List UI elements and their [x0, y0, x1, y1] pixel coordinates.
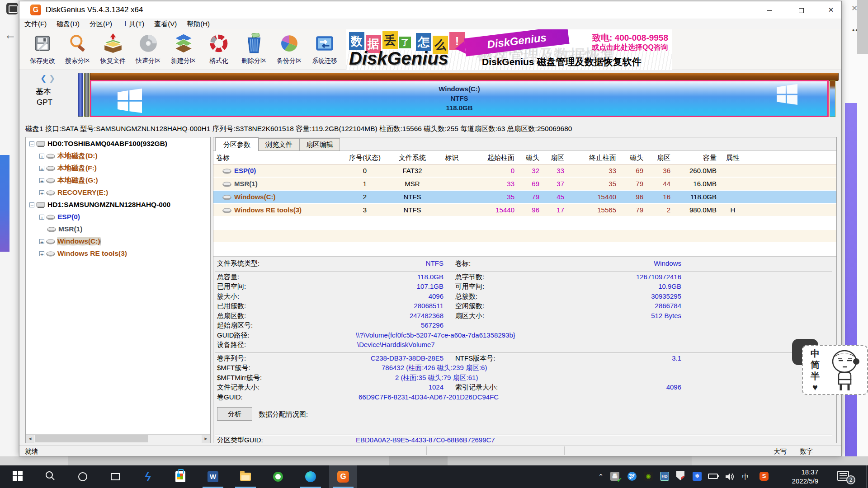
format-button[interactable]: 格式化 [201, 30, 236, 69]
tree-horizontal-scrollbar[interactable]: ◄ ► [26, 434, 210, 443]
tree-item-esp-0-[interactable]: ESP(0) [26, 211, 210, 223]
new-partition-button[interactable]: 新建分区 [166, 30, 201, 69]
disk-nav-arrows[interactable]: ❮ ❯ [40, 74, 55, 83]
menu-item-4[interactable]: 查看(V) [149, 19, 182, 30]
maximize-button[interactable] [791, 1, 811, 19]
cortana-button[interactable] [69, 465, 97, 488]
expand-icon[interactable] [39, 251, 44, 256]
column-header[interactable]: 标识 [439, 151, 464, 163]
tray-sogou-icon[interactable]: S [760, 472, 769, 482]
column-header[interactable]: 起始柱面 [464, 151, 517, 163]
column-header[interactable]: 磁头 [517, 151, 542, 163]
table-row-windows-re-tools-3-[interactable]: Windows RE tools(3)3NTFS1544096171556579… [213, 204, 836, 217]
column-header[interactable]: 扇区 [542, 151, 567, 163]
diskgenius-taskbar-button[interactable]: G [329, 465, 357, 488]
browser-360-button[interactable] [264, 465, 292, 488]
tray-printer-icon[interactable]: 🖶✔ [610, 472, 620, 482]
field-value: Windows [525, 259, 681, 267]
system-migration-button[interactable]: 系统迁移 [307, 30, 342, 69]
task-view-button[interactable] [101, 465, 129, 488]
tray-security-icon[interactable] [676, 471, 686, 481]
expand-icon[interactable] [39, 178, 44, 183]
partition-block-msr[interactable] [84, 73, 90, 117]
column-header[interactable]: 容量 [673, 151, 719, 163]
tree-item-windows-re-tools-3-[interactable]: Windows RE tools(3) [26, 247, 210, 259]
tree-item-windows-c-[interactable]: Windows(C:) [26, 235, 210, 247]
tray-snowflake-icon[interactable]: ❄ [693, 472, 703, 482]
tray-intel-graphics-icon[interactable]: HD [660, 472, 670, 482]
field-value: 247482368 [281, 312, 443, 319]
column-header[interactable]: 属性 [719, 151, 746, 163]
menu-item-2[interactable]: 分区(P) [85, 19, 117, 30]
tree-item-msr-1-[interactable]: MSR(1) [26, 223, 210, 235]
file-explorer-button[interactable] [231, 465, 259, 488]
column-header[interactable]: 磁头 [619, 151, 646, 163]
tray-ime-indicator[interactable]: 中 [741, 472, 750, 482]
word-button[interactable]: W [199, 465, 227, 488]
search-partition-button[interactable]: 搜索分区 [60, 30, 95, 69]
ime-status-popup[interactable]: 中 简 半 ♥ [802, 345, 868, 395]
scrollbar-thumb[interactable] [35, 435, 148, 442]
tree-item--g-[interactable]: 本地磁盘(G:) [26, 174, 210, 186]
banner-qq-link[interactable]: 或点击此处选择QQ咨询 [592, 43, 668, 52]
ime-charset-mode: 简 [809, 359, 821, 371]
delete-partition-button[interactable]: 删除分区 [236, 30, 272, 69]
tree-item-recovery-e-[interactable]: RECOVERY(E:) [26, 186, 210, 198]
table-row-esp-0-[interactable]: ESP(0)0FAT3203233336936260.0MB [213, 164, 836, 178]
search-button[interactable] [36, 465, 64, 488]
cortana-icon [78, 472, 87, 481]
backup-partition-button[interactable]: 备份分区 [272, 30, 307, 69]
recover-files-button[interactable]: 恢复文件 [95, 30, 131, 69]
table-row-windows-c-[interactable]: Windows(C:)2NTFS357945154409616118.0GB [213, 191, 836, 204]
tree-item-hd0-toshibamq04abf100-932gb-[interactable]: HD0:TOSHIBAMQ04ABF100(932GB) [26, 137, 210, 150]
tray-volume-icon[interactable] [724, 472, 734, 482]
prev-disk-icon[interactable]: ❮ [40, 74, 47, 83]
expand-icon[interactable] [39, 154, 44, 159]
tree-item--f-[interactable]: 本地磁盘(F:) [26, 162, 210, 174]
expand-icon[interactable] [39, 239, 44, 244]
collapse-icon[interactable] [29, 202, 34, 207]
show-desktop-sliver[interactable] [866, 465, 868, 488]
tree-item--d-[interactable]: 本地磁盘(D:) [26, 150, 210, 162]
ad-banner[interactable]: 磁盘管理及数据恢复 数据丢了怎么! DiskGenius 致电: 400-008… [346, 29, 672, 70]
menu-item-0[interactable]: 文件(F) [19, 19, 52, 30]
tab-sector-edit[interactable]: 扇区编辑 [299, 138, 340, 151]
expand-icon[interactable] [39, 166, 44, 171]
tab-partition-params[interactable]: 分区参数 [215, 137, 259, 151]
expand-icon[interactable] [39, 190, 44, 195]
detail-row: 总容量:118.0GB总字节数:126710972416 [213, 273, 836, 283]
close-button[interactable]: ✕ [821, 1, 841, 19]
tab-browse-files[interactable]: 浏览文件 [259, 138, 299, 151]
scroll-left-icon[interactable]: ◄ [26, 435, 34, 443]
column-header[interactable]: 文件系统 [385, 151, 439, 163]
tray-expand-icon[interactable]: ⌃ [596, 472, 606, 482]
menu-item-5[interactable]: 帮助(H) [182, 19, 215, 30]
scroll-right-icon[interactable]: ► [202, 435, 210, 443]
table-row-msr-1-[interactable]: MSR(1)1MSR33693735794416.0MB [213, 178, 836, 191]
partition-block-windows-c[interactable]: Windows(C:) NTFS 118.0GB [90, 80, 829, 117]
analyze-button[interactable]: 分析 [217, 407, 252, 421]
column-header[interactable]: 扇区 [646, 151, 673, 163]
column-header[interactable]: 序号(状态) [344, 151, 385, 163]
tree-item-hd1-samsungmznln128hahq-000[interactable]: HD1:SAMSUNGMZNLN128HAHQ-000 [26, 198, 210, 211]
microsoft-store-button[interactable] [166, 465, 194, 488]
edge-button[interactable] [297, 465, 325, 488]
start-button[interactable] [4, 465, 32, 488]
flash-center-button[interactable]: ϟ [134, 465, 162, 488]
next-disk-icon[interactable]: ❯ [49, 74, 55, 83]
expand-icon[interactable] [39, 215, 44, 220]
minimize-button[interactable] [759, 1, 780, 19]
menu-item-1[interactable]: 磁盘(D) [52, 19, 85, 30]
tray-bird-icon[interactable]: 🕊 [627, 472, 637, 482]
collapse-icon[interactable] [29, 141, 34, 146]
quick-partition-button[interactable]: 快速分区 [131, 30, 166, 69]
partition-block-esp[interactable] [78, 73, 83, 117]
save-changes-button[interactable]: 保存更改 [25, 30, 60, 69]
tray-nvidia-icon[interactable]: ◉ [644, 472, 654, 482]
column-header[interactable]: 终止柱面 [567, 151, 619, 163]
column-header[interactable]: 卷标 [213, 151, 344, 163]
menu-item-3[interactable]: 工具(T) [117, 19, 149, 30]
tray-battery-icon[interactable] [708, 472, 718, 482]
partition-block-re-tools[interactable] [830, 80, 835, 117]
clock[interactable]: 18:37 2022/5/9 [778, 468, 818, 486]
